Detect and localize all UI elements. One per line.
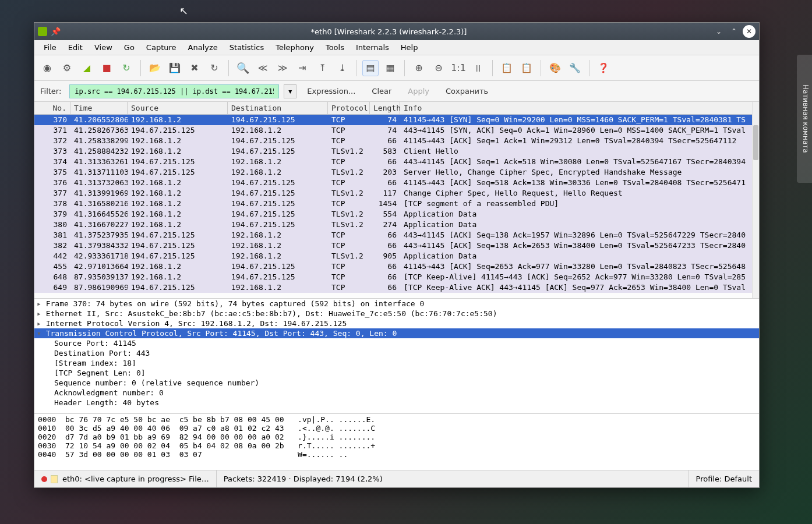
packet-row[interactable]: 45542.971013664192.168.1.2194.67.215.125… [34, 261, 759, 272]
preferences-icon[interactable]: 🔧 [567, 60, 583, 76]
zoom-in-icon[interactable]: ⊕ [411, 60, 427, 76]
note-icon [51, 475, 58, 483]
save-filter-button[interactable]: Сохранить [440, 87, 494, 95]
menu-view[interactable]: View [89, 41, 118, 54]
interface-list-icon[interactable]: ◉ [39, 60, 55, 76]
apply-button[interactable]: Apply [402, 87, 435, 95]
jump-icon[interactable]: ⇥ [294, 60, 310, 76]
packet-details[interactable]: Frame 370: 74 bytes on wire (592 bits), … [34, 299, 759, 414]
detail-node[interactable]: Acknowledgment number: 0 [34, 388, 759, 398]
packet-row[interactable]: 37241.258338299192.168.1.2194.67.215.125… [34, 136, 759, 146]
menubar: FileEditViewGoCaptureAnalyzeStatisticsTe… [34, 40, 759, 55]
packet-row[interactable]: 38241.379384332194.67.215.125192.168.1.2… [34, 240, 759, 251]
close-button[interactable]: ✕ [743, 25, 755, 38]
packet-row[interactable]: 37441.313363261194.67.215.125192.168.1.2… [34, 157, 759, 167]
menu-statistics[interactable]: Statistics [224, 41, 270, 54]
detail-node[interactable]: Frame 370: 74 bytes on wire (592 bits), … [34, 299, 759, 309]
column-header[interactable]: Time [70, 102, 128, 114]
detail-node[interactable]: Transmission Control Protocol, Src Port:… [34, 328, 759, 338]
hex-view[interactable]: 0000 bc 76 70 7c e5 50 bc ae c5 be 8b b7… [34, 414, 759, 470]
coloring-rules-icon[interactable]: 🎨 [547, 60, 563, 76]
status-bar: eth0: <live capture in progress> File… P… [34, 470, 759, 487]
detail-node[interactable]: Ethernet II, Src: AsustekC_be:8b:b7 (bc:… [34, 309, 759, 318]
menu-help[interactable]: Help [395, 41, 424, 54]
menu-edit[interactable]: Edit [62, 41, 89, 54]
capture-filters-icon[interactable]: 📋 [499, 60, 515, 76]
minimize-button[interactable]: ⌄ [712, 25, 725, 38]
pin-icon[interactable]: 📌 [51, 27, 61, 36]
detail-node[interactable]: [TCP Segment Len: 0] [34, 368, 759, 378]
display-filters-icon[interactable]: 📋 [518, 60, 535, 76]
detail-node[interactable]: [Stream index: 18] [34, 358, 759, 368]
packet-row[interactable]: 44242.933361718194.67.215.125192.168.1.2… [34, 251, 759, 261]
column-header[interactable]: Length [370, 102, 400, 114]
column-header[interactable]: Protocol [328, 102, 370, 114]
packet-row[interactable]: 37941.316645526192.168.1.2194.67.215.125… [34, 209, 759, 219]
start-capture-icon[interactable]: ◢ [79, 60, 95, 76]
filter-dropdown-icon[interactable]: ▾ [284, 84, 296, 98]
detail-node[interactable]: Destination Port: 443 [34, 348, 759, 358]
zoom-out-icon[interactable]: ⊖ [430, 60, 447, 76]
menu-internals[interactable]: Internals [350, 41, 395, 54]
find-icon[interactable]: 🔍 [235, 60, 251, 76]
packet-row[interactable]: 38041.316670227192.168.1.2194.67.215.125… [34, 219, 759, 230]
packet-row[interactable]: 37541.313711103194.67.215.125192.168.1.2… [34, 167, 759, 178]
filter-input[interactable] [69, 84, 279, 98]
restart-capture-icon[interactable]: ↻ [118, 60, 135, 76]
colorize-icon[interactable]: ▤ [362, 60, 379, 76]
packet-list-header: No.TimeSourceDestinationProtocolLengthIn… [34, 102, 759, 115]
detail-node[interactable]: Source Port: 41145 [34, 338, 759, 348]
clear-button[interactable]: Clear [366, 87, 397, 95]
filter-label: Filter: [40, 87, 61, 95]
save-file-icon[interactable]: 💾 [167, 60, 183, 76]
packet-row[interactable]: 37041.206552806192.168.1.2194.67.215.125… [34, 115, 759, 125]
packet-row[interactable]: 64887.935039137192.168.1.2194.67.215.125… [34, 272, 759, 282]
menu-tools[interactable]: Tools [320, 41, 350, 54]
scrollbar-vertical[interactable] [752, 102, 759, 298]
open-file-icon[interactable]: 📂 [147, 60, 163, 76]
column-header[interactable]: Destination [228, 102, 328, 114]
packet-row[interactable]: 64987.986190969194.67.215.125192.168.1.2… [34, 282, 759, 293]
column-header[interactable]: Info [400, 102, 759, 114]
packet-list[interactable]: No.TimeSourceDestinationProtocolLengthIn… [34, 102, 759, 299]
expression-button[interactable]: Expression... [301, 87, 361, 95]
status-profile[interactable]: Profile: Default [689, 470, 759, 487]
status-packets-text: Packets: 322419 · Displayed: 7194 (2,2%) [224, 475, 383, 483]
packet-row[interactable]: 37841.316580216192.168.1.2194.67.215.125… [34, 199, 759, 209]
stop-capture-icon[interactable]: ■ [98, 60, 115, 76]
status-capture: eth0: <live capture in progress> File… [34, 470, 217, 487]
go-last-icon[interactable]: ⤓ [334, 60, 350, 76]
packet-row[interactable]: 37341.258884232192.168.1.2194.67.215.125… [34, 146, 759, 157]
packet-row[interactable]: 37641.313732063192.168.1.2194.67.215.125… [34, 178, 759, 188]
packet-row[interactable]: 38141.375237935194.67.215.125192.168.1.2… [34, 230, 759, 240]
detail-node[interactable]: Sequence number: 0 (relative sequence nu… [34, 378, 759, 388]
menu-capture[interactable]: Capture [140, 41, 182, 54]
titlebar: 📌 *eth0 [Wireshark 2.2.3 (wireshark-2.2.… [34, 23, 759, 40]
help-icon[interactable]: ❓ [595, 60, 612, 76]
go-back-icon[interactable]: ≪ [255, 60, 271, 76]
go-first-icon[interactable]: ⤒ [314, 60, 330, 76]
auto-scroll-icon[interactable]: ▦ [382, 60, 398, 76]
menu-go[interactable]: Go [118, 41, 140, 54]
close-file-icon[interactable]: ✖ [186, 60, 203, 76]
menu-analyze[interactable]: Analyze [182, 41, 224, 54]
status-packets: Packets: 322419 · Displayed: 7194 (2,2%) [217, 470, 689, 487]
detail-node[interactable]: Header Length: 40 bytes [34, 398, 759, 408]
packet-row[interactable]: 37741.313991969192.168.1.2194.67.215.125… [34, 188, 759, 199]
resize-cols-icon[interactable]: ⫼ [470, 60, 486, 76]
side-panel[interactable]: Нативная комната [797, 55, 812, 183]
detail-node[interactable]: Internet Protocol Version 4, Src: 192.16… [34, 318, 759, 328]
toolbar: ◉ ⚙ ◢ ■ ↻ 📂 💾 ✖ ↻ 🔍 ≪ ≫ ⇥ ⤒ ⤓ ▤ ▦ ⊕ ⊖ 1:… [34, 55, 759, 81]
menu-telephony[interactable]: Telephony [270, 41, 320, 54]
window-title: *eth0 [Wireshark 2.2.3 (wireshark-2.2.3)… [68, 27, 710, 36]
column-header[interactable]: No. [34, 102, 70, 114]
options-icon[interactable]: ⚙ [59, 60, 75, 76]
reload-icon[interactable]: ↻ [206, 60, 223, 76]
menu-file[interactable]: File [38, 41, 62, 54]
app-icon [38, 27, 47, 36]
maximize-button[interactable]: ⌃ [728, 25, 740, 38]
column-header[interactable]: Source [128, 102, 228, 114]
packet-row[interactable]: 37141.258267363194.67.215.125192.168.1.2… [34, 125, 759, 136]
zoom-reset-icon[interactable]: 1:1 [450, 60, 467, 76]
go-forward-icon[interactable]: ≫ [274, 60, 291, 76]
